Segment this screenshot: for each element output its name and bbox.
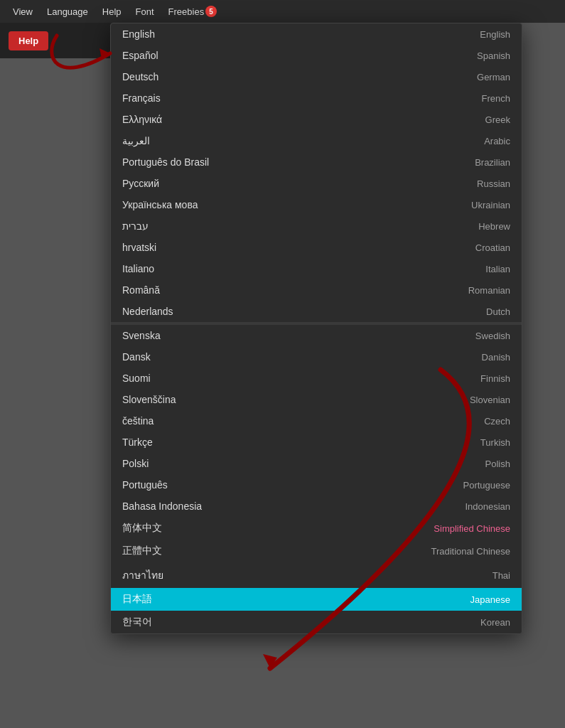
language-english-name: German — [477, 72, 510, 82]
language-native-name: Türkçe — [122, 437, 153, 448]
language-native-name: Dansk — [122, 351, 151, 363]
language-english-name: Finnish — [480, 373, 510, 384]
language-item[interactable]: EspañolSpanish — [111, 45, 522, 66]
language-english-name: English — [480, 29, 510, 40]
language-native-name: Slovenščina — [122, 394, 176, 405]
language-native-name: Español — [122, 50, 158, 61]
language-item[interactable]: 简体中文Simplified Chinese — [111, 517, 522, 540]
language-english-name: Spanish — [477, 50, 510, 61]
language-native-name: עברית — [122, 220, 149, 232]
language-native-name: ภาษาไทย — [122, 567, 163, 583]
language-english-name: Traditional Chinese — [431, 546, 510, 557]
language-item[interactable]: ItalianoItalian — [111, 258, 522, 279]
language-native-name: hrvatski — [122, 242, 156, 253]
language-native-name: Português do Brasil — [122, 156, 209, 168]
language-item[interactable]: EnglishEnglish — [111, 23, 522, 45]
menu-font[interactable]: Font — [129, 4, 161, 20]
language-native-name: Italiano — [122, 263, 154, 274]
help-button[interactable]: Help — [9, 31, 48, 50]
language-item[interactable]: SuomiFinnish — [111, 368, 522, 389]
language-native-name: Русский — [122, 178, 159, 189]
language-english-name: Thai — [493, 570, 510, 581]
language-item[interactable]: עבריתHebrew — [111, 215, 522, 237]
language-item[interactable]: 日本語Japanese — [111, 588, 522, 611]
language-item[interactable]: DeutschGerman — [111, 66, 522, 87]
language-english-name: Polish — [485, 459, 510, 469]
language-native-name: Svenska — [122, 330, 161, 341]
language-item[interactable]: العربيةArabic — [111, 130, 522, 151]
language-native-name: 正體中文 — [122, 545, 162, 557]
language-item[interactable]: ภาษาไทยThai — [111, 562, 522, 588]
language-native-name: 简体中文 — [122, 522, 162, 535]
language-native-name: Română — [122, 284, 160, 296]
language-english-name: Turkish — [480, 437, 510, 448]
language-english-name: Arabic — [484, 136, 510, 146]
language-item[interactable]: RomânăRomanian — [111, 279, 522, 301]
language-item[interactable]: PolskiPolish — [111, 453, 522, 474]
language-english-name: Japanese — [470, 594, 510, 605]
language-native-name: Deutsch — [122, 71, 158, 82]
language-native-name: Українська мова — [122, 199, 198, 210]
language-english-name: Portuguese — [463, 480, 511, 491]
language-english-name: Dutch — [486, 306, 510, 317]
language-native-name: Suomi — [122, 373, 151, 384]
language-native-name: English — [122, 28, 155, 40]
language-english-name: Romanian — [468, 285, 510, 296]
language-item[interactable]: 正體中文Traditional Chinese — [111, 540, 522, 562]
menu-language[interactable]: Language — [40, 4, 95, 20]
language-item[interactable]: 한국어Korean — [111, 611, 522, 633]
language-item[interactable]: NederlandsDutch — [111, 301, 522, 322]
freebies-badge: 5 — [205, 6, 217, 17]
language-english-name: Ukrainian — [471, 200, 510, 210]
language-item[interactable]: hrvatskiCroatian — [111, 237, 522, 258]
language-english-name: Croatian — [475, 242, 510, 253]
language-native-name: 日本語 — [122, 593, 152, 606]
language-item[interactable]: FrançaisFrench — [111, 87, 522, 109]
language-native-name: Polski — [122, 458, 149, 469]
language-item[interactable]: DanskDanish — [111, 346, 522, 368]
language-english-name: Danish — [482, 352, 510, 363]
language-native-name: Bahasa Indonesia — [122, 500, 202, 512]
language-english-name: Czech — [484, 416, 510, 427]
language-english-name: Russian — [477, 178, 510, 189]
language-item[interactable]: TürkçeTurkish — [111, 432, 522, 453]
menu-freebies[interactable]: Freebies5 — [161, 3, 225, 20]
menu-view[interactable]: View — [6, 4, 40, 20]
language-english-name: Brazilian — [475, 157, 510, 168]
language-english-name: Slovenian — [470, 395, 510, 405]
language-english-name: Indonesian — [465, 501, 510, 512]
language-english-name: French — [482, 93, 510, 104]
language-native-name: Português — [122, 479, 168, 491]
language-native-name: čeština — [122, 415, 154, 427]
language-item[interactable]: ΕλληνικάGreek — [111, 109, 522, 130]
language-item[interactable]: SvenskaSwedish — [111, 325, 522, 346]
language-english-name: Italian — [485, 264, 510, 274]
language-item[interactable]: Bahasa IndonesiaIndonesian — [111, 496, 522, 517]
menu-help[interactable]: Help — [95, 4, 129, 20]
language-item[interactable]: Українська моваUkrainian — [111, 194, 522, 215]
language-english-name: Simplified Chinese — [434, 523, 510, 534]
language-native-name: 한국어 — [122, 616, 152, 628]
language-item[interactable]: РусскийRussian — [111, 173, 522, 194]
language-item[interactable]: PortuguêsPortuguese — [111, 474, 522, 496]
language-english-name: Korean — [480, 617, 510, 628]
language-native-name: Ελληνικά — [122, 114, 162, 125]
language-item[interactable]: Português do BrasilBrazilian — [111, 151, 522, 173]
language-native-name: Français — [122, 92, 161, 104]
menubar: View Language Help Font Freebies5 — [0, 0, 565, 23]
language-item[interactable]: češtinaCzech — [111, 410, 522, 432]
language-english-name: Hebrew — [478, 221, 510, 232]
language-english-name: Swedish — [475, 331, 510, 341]
language-english-name: Greek — [485, 114, 510, 125]
language-item[interactable]: SlovenščinaSlovenian — [111, 389, 522, 410]
language-dropdown: EnglishEnglishEspañolSpanishDeutschGerma… — [110, 23, 522, 634]
language-native-name: Nederlands — [122, 306, 173, 317]
help-area: Help — [0, 23, 114, 58]
language-native-name: العربية — [122, 135, 150, 146]
